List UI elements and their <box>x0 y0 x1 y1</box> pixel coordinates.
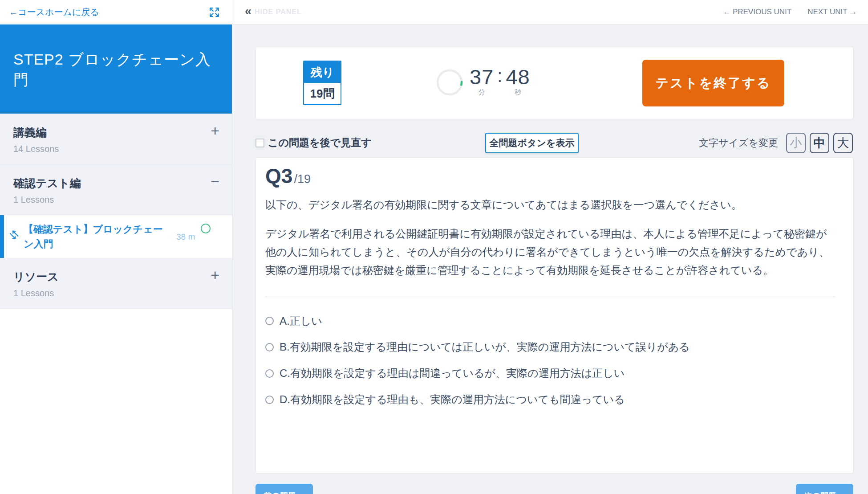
font-size-controls: 文字サイズを変更 小 中 大 <box>699 133 853 153</box>
section-text: 確認テスト編 1 Lessons <box>13 176 81 205</box>
section-text: リソース 1 Lessons <box>13 269 59 298</box>
section-text: 講義編 14 Lessons <box>13 125 59 154</box>
test-status-card: 残り 19問 37 分 : <box>256 47 853 119</box>
app-root: ←コースホームに戻る STEP2 ブロックチェーン入門 講義編 14 Lesso… <box>0 0 868 494</box>
question-header: Q3 /19 <box>265 165 835 188</box>
remaining-count: 19問 <box>304 83 341 104</box>
previous-unit-button[interactable]: ← PREVIOUS UNIT <box>723 8 791 16</box>
minus-icon[interactable]: − <box>211 176 219 187</box>
plus-icon[interactable]: + <box>211 269 219 280</box>
countdown-timer: 37 分 : 48 秒 <box>436 69 530 98</box>
option-label: C.有効期限を設定する理由は間違っているが、実際の運用方法は正しい <box>280 367 625 380</box>
section-title: 講義編 <box>13 125 59 140</box>
sidebar-topbar: ←コースホームに戻る <box>0 0 232 24</box>
timer-digits: 37 分 : 48 秒 <box>470 65 530 97</box>
lesson-duration: 38 m <box>176 232 195 242</box>
main-panel: « HIDE PANEL ← PREVIOUS UNIT NEXT UNIT →… <box>232 0 868 494</box>
section-title: リソース <box>13 269 59 284</box>
section-lesson-count: 1 Lessons <box>13 195 81 205</box>
course-header: STEP2 ブロックチェーン入門 <box>0 24 232 114</box>
radio-unselected-icon[interactable] <box>265 396 274 404</box>
section-lesson-count: 1 Lessons <box>13 288 59 298</box>
radio-unselected-icon[interactable] <box>265 343 274 351</box>
sidebar: ←コースホームに戻る STEP2 ブロックチェーン入門 講義編 14 Lesso… <box>0 0 232 494</box>
answer-options: A.正しい B.有効期限を設定する理由については正しいが、実際の運用方法について… <box>265 315 835 406</box>
sidebar-empty-space <box>0 309 232 494</box>
timer-colon: : <box>497 66 502 97</box>
section-lesson-count: 14 Lessons <box>13 144 59 154</box>
sidebar-section-test[interactable]: 確認テスト編 1 Lessons − <box>0 164 232 215</box>
next-question-button[interactable]: 次の問題へ <box>796 484 853 494</box>
question-number: Q3 <box>265 165 292 188</box>
expand-fullscreen-icon[interactable] <box>208 6 220 18</box>
main-topbar: « HIDE PANEL ← PREVIOUS UNIT NEXT UNIT → <box>232 0 868 24</box>
minutes-unit-label: 分 <box>479 88 485 97</box>
timer-seconds: 48 <box>506 65 530 89</box>
answer-option-d[interactable]: D.有効期限を設定する理由も、実際の運用方法についても間違っている <box>265 393 835 406</box>
remaining-questions-badge: 残り 19問 <box>303 61 341 105</box>
option-label: D.有効期限を設定する理由も、実際の運用方法についても間違っている <box>280 393 625 406</box>
review-later-label: この問題を後で見直す <box>268 136 372 150</box>
unit-navigation: ← PREVIOUS UNIT NEXT UNIT → <box>723 8 857 16</box>
seconds-unit-label: 秒 <box>515 88 521 97</box>
timer-minutes: 37 <box>470 65 494 89</box>
double-chevron-left-icon: « <box>245 5 251 17</box>
plus-icon[interactable]: + <box>211 125 219 136</box>
sidebar-section-lectures[interactable]: 講義編 14 Lessons + <box>0 114 232 164</box>
section-title: 確認テスト編 <box>13 176 81 191</box>
question-body: デジタル署名で利用される公開鍵証明書に有効期限が設定されている理由は、本人による… <box>265 225 835 279</box>
font-size-small-button[interactable]: 小 <box>786 133 806 153</box>
finish-test-button[interactable]: テストを終了する <box>642 60 784 106</box>
review-later-checkbox-row[interactable]: この問題を後で見直す <box>256 136 372 150</box>
swap-arrows-icon <box>7 227 23 243</box>
sidebar-item-active-lesson[interactable]: 【確認テスト】ブロックチェーン入門 38 m <box>0 215 232 258</box>
previous-question-button[interactable]: 前の問題へ <box>256 484 313 494</box>
next-unit-button[interactable]: NEXT UNIT → <box>807 8 857 16</box>
sidebar-section-resources[interactable]: リソース 1 Lessons + <box>0 258 232 309</box>
hide-panel-label: HIDE PANEL <box>255 8 302 16</box>
show-all-questions-button[interactable]: 全問題ボタンを表示 <box>485 133 579 153</box>
divider <box>265 297 835 297</box>
question-footer-nav: 前の問題へ 次の問題へ <box>256 484 853 494</box>
option-label: B.有効期限を設定する理由については正しいが、実際の運用方法について誤りがある <box>280 341 690 354</box>
radio-unselected-icon[interactable] <box>265 369 274 378</box>
radio-unselected-icon[interactable] <box>265 317 274 325</box>
checkbox-unchecked-icon[interactable] <box>256 139 264 147</box>
font-size-medium-button[interactable]: 中 <box>810 133 829 153</box>
answer-option-b[interactable]: B.有効期限を設定する理由については正しいが、実際の運用方法について誤りがある <box>265 341 835 354</box>
lesson-status-circle-icon <box>201 224 211 233</box>
answer-option-c[interactable]: C.有効期限を設定する理由は間違っているが、実際の運用方法は正しい <box>265 367 835 380</box>
test-content-area: 残り 19問 37 分 : <box>232 24 868 494</box>
question-controls-row: この問題を後で見直す 全問題ボタンを表示 文字サイズを変更 小 中 大 <box>256 133 853 154</box>
back-to-course-home-link[interactable]: ←コースホームに戻る <box>9 6 99 18</box>
font-size-large-button[interactable]: 大 <box>833 133 853 153</box>
answer-option-a[interactable]: A.正しい <box>265 315 835 328</box>
lesson-title: 【確認テスト】ブロックチェーン入門 <box>24 222 172 251</box>
timer-progress-ring-icon <box>436 69 463 98</box>
course-title: STEP2 ブロックチェーン入門 <box>13 49 214 90</box>
font-size-label: 文字サイズを変更 <box>699 136 778 150</box>
question-prompt: 以下の、デジタル署名の有効期限に関する文章についてあてはまる選択肢を一つ選んでく… <box>265 197 835 212</box>
remaining-label: 残り <box>304 61 341 83</box>
question-card: Q3 /19 以下の、デジタル署名の有効期限に関する文章についてあてはまる選択肢… <box>256 157 853 474</box>
question-total: /19 <box>294 172 311 186</box>
option-label: A.正しい <box>280 315 322 328</box>
hide-panel-button[interactable]: « HIDE PANEL <box>245 7 302 17</box>
